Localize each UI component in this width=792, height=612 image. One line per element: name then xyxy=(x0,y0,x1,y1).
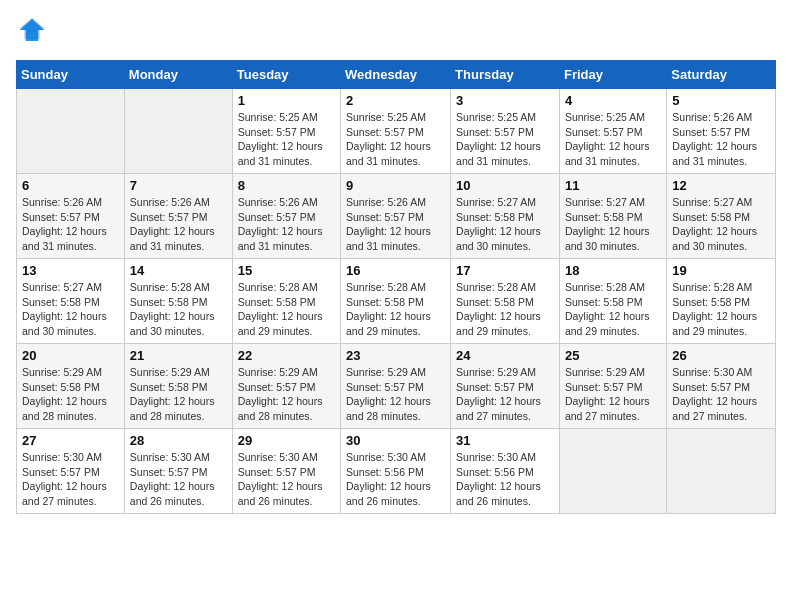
day-detail: Sunrise: 5:26 AM Sunset: 5:57 PM Dayligh… xyxy=(130,195,227,254)
day-detail: Sunrise: 5:29 AM Sunset: 5:57 PM Dayligh… xyxy=(238,365,335,424)
day-number: 5 xyxy=(672,93,770,108)
calendar-cell: 17Sunrise: 5:28 AM Sunset: 5:58 PM Dayli… xyxy=(451,259,560,344)
calendar-cell: 23Sunrise: 5:29 AM Sunset: 5:57 PM Dayli… xyxy=(341,344,451,429)
calendar-cell: 22Sunrise: 5:29 AM Sunset: 5:57 PM Dayli… xyxy=(232,344,340,429)
calendar-cell: 5Sunrise: 5:26 AM Sunset: 5:57 PM Daylig… xyxy=(667,89,776,174)
calendar-cell: 3Sunrise: 5:25 AM Sunset: 5:57 PM Daylig… xyxy=(451,89,560,174)
calendar-cell: 1Sunrise: 5:25 AM Sunset: 5:57 PM Daylig… xyxy=(232,89,340,174)
day-detail: Sunrise: 5:28 AM Sunset: 5:58 PM Dayligh… xyxy=(238,280,335,339)
day-number: 17 xyxy=(456,263,554,278)
day-detail: Sunrise: 5:30 AM Sunset: 5:56 PM Dayligh… xyxy=(456,450,554,509)
day-detail: Sunrise: 5:26 AM Sunset: 5:57 PM Dayligh… xyxy=(22,195,119,254)
calendar-cell: 8Sunrise: 5:26 AM Sunset: 5:57 PM Daylig… xyxy=(232,174,340,259)
calendar-cell: 29Sunrise: 5:30 AM Sunset: 5:57 PM Dayli… xyxy=(232,429,340,514)
day-detail: Sunrise: 5:30 AM Sunset: 5:57 PM Dayligh… xyxy=(238,450,335,509)
day-number: 3 xyxy=(456,93,554,108)
day-detail: Sunrise: 5:30 AM Sunset: 5:57 PM Dayligh… xyxy=(672,365,770,424)
week-row-2: 6Sunrise: 5:26 AM Sunset: 5:57 PM Daylig… xyxy=(17,174,776,259)
day-number: 19 xyxy=(672,263,770,278)
day-number: 14 xyxy=(130,263,227,278)
day-detail: Sunrise: 5:26 AM Sunset: 5:57 PM Dayligh… xyxy=(672,110,770,169)
calendar-cell: 21Sunrise: 5:29 AM Sunset: 5:58 PM Dayli… xyxy=(124,344,232,429)
calendar-cell: 13Sunrise: 5:27 AM Sunset: 5:58 PM Dayli… xyxy=(17,259,125,344)
logo xyxy=(16,16,46,48)
day-detail: Sunrise: 5:26 AM Sunset: 5:57 PM Dayligh… xyxy=(346,195,445,254)
calendar-cell: 19Sunrise: 5:28 AM Sunset: 5:58 PM Dayli… xyxy=(667,259,776,344)
weekday-header-row: SundayMondayTuesdayWednesdayThursdayFrid… xyxy=(17,61,776,89)
calendar-cell: 28Sunrise: 5:30 AM Sunset: 5:57 PM Dayli… xyxy=(124,429,232,514)
weekday-header-saturday: Saturday xyxy=(667,61,776,89)
day-number: 25 xyxy=(565,348,661,363)
day-number: 6 xyxy=(22,178,119,193)
day-number: 4 xyxy=(565,93,661,108)
calendar-cell: 12Sunrise: 5:27 AM Sunset: 5:58 PM Dayli… xyxy=(667,174,776,259)
day-detail: Sunrise: 5:26 AM Sunset: 5:57 PM Dayligh… xyxy=(238,195,335,254)
day-detail: Sunrise: 5:30 AM Sunset: 5:57 PM Dayligh… xyxy=(130,450,227,509)
day-detail: Sunrise: 5:29 AM Sunset: 5:57 PM Dayligh… xyxy=(346,365,445,424)
day-number: 7 xyxy=(130,178,227,193)
header xyxy=(16,16,776,48)
day-number: 18 xyxy=(565,263,661,278)
calendar-cell xyxy=(124,89,232,174)
day-detail: Sunrise: 5:28 AM Sunset: 5:58 PM Dayligh… xyxy=(346,280,445,339)
calendar-cell: 9Sunrise: 5:26 AM Sunset: 5:57 PM Daylig… xyxy=(341,174,451,259)
calendar-cell: 10Sunrise: 5:27 AM Sunset: 5:58 PM Dayli… xyxy=(451,174,560,259)
day-number: 15 xyxy=(238,263,335,278)
weekday-header-sunday: Sunday xyxy=(17,61,125,89)
day-number: 30 xyxy=(346,433,445,448)
day-detail: Sunrise: 5:25 AM Sunset: 5:57 PM Dayligh… xyxy=(456,110,554,169)
day-detail: Sunrise: 5:30 AM Sunset: 5:57 PM Dayligh… xyxy=(22,450,119,509)
week-row-4: 20Sunrise: 5:29 AM Sunset: 5:58 PM Dayli… xyxy=(17,344,776,429)
calendar-cell: 6Sunrise: 5:26 AM Sunset: 5:57 PM Daylig… xyxy=(17,174,125,259)
logo-icon xyxy=(18,16,46,44)
day-number: 2 xyxy=(346,93,445,108)
calendar-table: SundayMondayTuesdayWednesdayThursdayFrid… xyxy=(16,60,776,514)
weekday-header-thursday: Thursday xyxy=(451,61,560,89)
day-number: 9 xyxy=(346,178,445,193)
calendar-cell xyxy=(17,89,125,174)
day-number: 29 xyxy=(238,433,335,448)
calendar-cell: 20Sunrise: 5:29 AM Sunset: 5:58 PM Dayli… xyxy=(17,344,125,429)
day-number: 13 xyxy=(22,263,119,278)
calendar-cell: 18Sunrise: 5:28 AM Sunset: 5:58 PM Dayli… xyxy=(559,259,666,344)
day-detail: Sunrise: 5:27 AM Sunset: 5:58 PM Dayligh… xyxy=(22,280,119,339)
day-detail: Sunrise: 5:27 AM Sunset: 5:58 PM Dayligh… xyxy=(456,195,554,254)
day-detail: Sunrise: 5:27 AM Sunset: 5:58 PM Dayligh… xyxy=(672,195,770,254)
day-number: 11 xyxy=(565,178,661,193)
calendar-cell: 25Sunrise: 5:29 AM Sunset: 5:57 PM Dayli… xyxy=(559,344,666,429)
calendar-cell: 14Sunrise: 5:28 AM Sunset: 5:58 PM Dayli… xyxy=(124,259,232,344)
calendar-cell: 16Sunrise: 5:28 AM Sunset: 5:58 PM Dayli… xyxy=(341,259,451,344)
day-number: 8 xyxy=(238,178,335,193)
weekday-header-wednesday: Wednesday xyxy=(341,61,451,89)
week-row-1: 1Sunrise: 5:25 AM Sunset: 5:57 PM Daylig… xyxy=(17,89,776,174)
day-number: 21 xyxy=(130,348,227,363)
calendar-cell: 27Sunrise: 5:30 AM Sunset: 5:57 PM Dayli… xyxy=(17,429,125,514)
day-detail: Sunrise: 5:28 AM Sunset: 5:58 PM Dayligh… xyxy=(672,280,770,339)
weekday-header-monday: Monday xyxy=(124,61,232,89)
calendar-cell xyxy=(667,429,776,514)
day-detail: Sunrise: 5:28 AM Sunset: 5:58 PM Dayligh… xyxy=(130,280,227,339)
day-number: 12 xyxy=(672,178,770,193)
calendar-cell: 30Sunrise: 5:30 AM Sunset: 5:56 PM Dayli… xyxy=(341,429,451,514)
day-number: 20 xyxy=(22,348,119,363)
day-number: 10 xyxy=(456,178,554,193)
weekday-header-friday: Friday xyxy=(559,61,666,89)
day-detail: Sunrise: 5:25 AM Sunset: 5:57 PM Dayligh… xyxy=(238,110,335,169)
calendar-cell: 4Sunrise: 5:25 AM Sunset: 5:57 PM Daylig… xyxy=(559,89,666,174)
weekday-header-tuesday: Tuesday xyxy=(232,61,340,89)
day-detail: Sunrise: 5:29 AM Sunset: 5:58 PM Dayligh… xyxy=(130,365,227,424)
day-number: 28 xyxy=(130,433,227,448)
day-number: 31 xyxy=(456,433,554,448)
calendar-cell: 26Sunrise: 5:30 AM Sunset: 5:57 PM Dayli… xyxy=(667,344,776,429)
calendar-cell: 15Sunrise: 5:28 AM Sunset: 5:58 PM Dayli… xyxy=(232,259,340,344)
day-number: 27 xyxy=(22,433,119,448)
day-detail: Sunrise: 5:28 AM Sunset: 5:58 PM Dayligh… xyxy=(456,280,554,339)
calendar-cell: 31Sunrise: 5:30 AM Sunset: 5:56 PM Dayli… xyxy=(451,429,560,514)
day-detail: Sunrise: 5:29 AM Sunset: 5:58 PM Dayligh… xyxy=(22,365,119,424)
day-detail: Sunrise: 5:25 AM Sunset: 5:57 PM Dayligh… xyxy=(565,110,661,169)
day-number: 24 xyxy=(456,348,554,363)
day-detail: Sunrise: 5:29 AM Sunset: 5:57 PM Dayligh… xyxy=(565,365,661,424)
day-number: 16 xyxy=(346,263,445,278)
calendar-cell: 24Sunrise: 5:29 AM Sunset: 5:57 PM Dayli… xyxy=(451,344,560,429)
calendar-cell xyxy=(559,429,666,514)
